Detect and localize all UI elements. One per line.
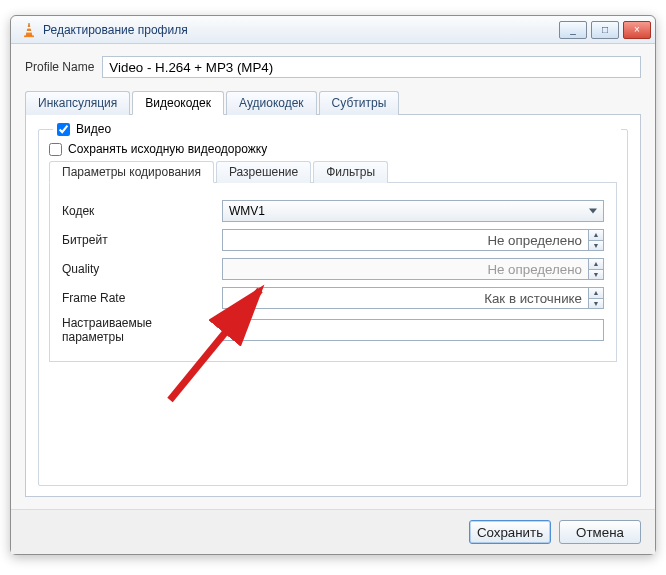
tab-encapsulation[interactable]: Инкапсуляция <box>25 91 130 115</box>
dialog-window: Редактирование профиля _ □ × Profile Nam… <box>10 15 656 555</box>
codec-value: WMV1 <box>229 204 265 218</box>
tab-video-codec[interactable]: Видеокодек <box>132 91 224 115</box>
subtab-filters[interactable]: Фильтры <box>313 161 388 183</box>
bitrate-input[interactable] <box>222 229 588 251</box>
cancel-button[interactable]: Отмена <box>559 520 641 544</box>
custom-input[interactable] <box>222 319 604 341</box>
sub-tabs: Параметры кодирования Разрешение Фильтры <box>49 160 617 183</box>
keep-original-label: Сохранять исходную видеодорожку <box>68 142 267 156</box>
keep-original-row: Сохранять исходную видеодорожку <box>49 142 617 156</box>
bitrate-spin[interactable]: ▲ ▼ <box>222 229 604 251</box>
quality-label: Quality <box>62 262 212 276</box>
quality-row: Quality ▲ ▼ <box>62 258 604 280</box>
video-codec-panel: Видео Сохранять исходную видеодорожку Па… <box>25 115 641 497</box>
maximize-button[interactable]: □ <box>591 21 619 39</box>
video-fieldset: Видео Сохранять исходную видеодорожку Па… <box>38 129 628 486</box>
tab-subtitles[interactable]: Субтитры <box>319 91 400 115</box>
profile-name-row: Profile Name <box>25 56 641 78</box>
minimize-button[interactable]: _ <box>559 21 587 39</box>
titlebar[interactable]: Редактирование профиля _ □ × <box>11 16 655 44</box>
profile-name-label: Profile Name <box>25 60 94 74</box>
subtab-resolution[interactable]: Разрешение <box>216 161 311 183</box>
quality-spin[interactable]: ▲ ▼ <box>222 258 604 280</box>
video-legend: Видео <box>53 122 621 136</box>
custom-label: Настраиваемые параметры <box>62 316 212 344</box>
spin-up-icon[interactable]: ▲ <box>589 230 603 241</box>
chevron-down-icon <box>589 209 597 214</box>
framerate-input[interactable] <box>222 287 588 309</box>
codec-label: Кодек <box>62 204 212 218</box>
save-button[interactable]: Сохранить <box>469 520 551 544</box>
framerate-spin[interactable]: ▲ ▼ <box>222 287 604 309</box>
framerate-label: Frame Rate <box>62 291 212 305</box>
framerate-row: Frame Rate ▲ ▼ <box>62 287 604 309</box>
subtab-encoding[interactable]: Параметры кодирования <box>49 161 214 183</box>
keep-original-checkbox[interactable] <box>49 143 62 156</box>
bitrate-row: Битрейт ▲ ▼ <box>62 229 604 251</box>
custom-row: Настраиваемые параметры <box>62 316 604 344</box>
encoding-panel: Кодек WMV1 Битрейт ▲ <box>49 183 617 362</box>
profile-name-input[interactable] <box>102 56 641 78</box>
framerate-spin-buttons: ▲ ▼ <box>588 287 604 309</box>
spin-down-icon[interactable]: ▼ <box>589 270 603 280</box>
vlc-cone-icon <box>21 22 37 38</box>
spin-down-icon[interactable]: ▼ <box>589 299 603 309</box>
window-title: Редактирование профиля <box>43 23 559 37</box>
window-buttons: _ □ × <box>559 21 651 39</box>
video-enable-label: Видео <box>76 122 111 136</box>
spin-up-icon[interactable]: ▲ <box>589 259 603 270</box>
quality-input[interactable] <box>222 258 588 280</box>
spin-up-icon[interactable]: ▲ <box>589 288 603 299</box>
video-enable-checkbox[interactable] <box>57 123 70 136</box>
quality-spin-buttons: ▲ ▼ <box>588 258 604 280</box>
client-area: Profile Name Инкапсуляция Видеокодек Ауд… <box>11 44 655 509</box>
tab-audio-codec[interactable]: Аудиокодек <box>226 91 317 115</box>
bitrate-spin-buttons: ▲ ▼ <box>588 229 604 251</box>
close-button[interactable]: × <box>623 21 651 39</box>
codec-combo[interactable]: WMV1 <box>222 200 604 222</box>
svg-rect-3 <box>24 35 34 37</box>
svg-marker-0 <box>26 23 32 36</box>
main-tabs: Инкапсуляция Видеокодек Аудиокодек Субти… <box>25 90 641 115</box>
svg-rect-2 <box>26 31 31 33</box>
spin-down-icon[interactable]: ▼ <box>589 241 603 251</box>
dialog-footer: Сохранить Отмена <box>11 509 655 554</box>
codec-row: Кодек WMV1 <box>62 200 604 222</box>
bitrate-label: Битрейт <box>62 233 212 247</box>
svg-rect-1 <box>27 27 31 29</box>
